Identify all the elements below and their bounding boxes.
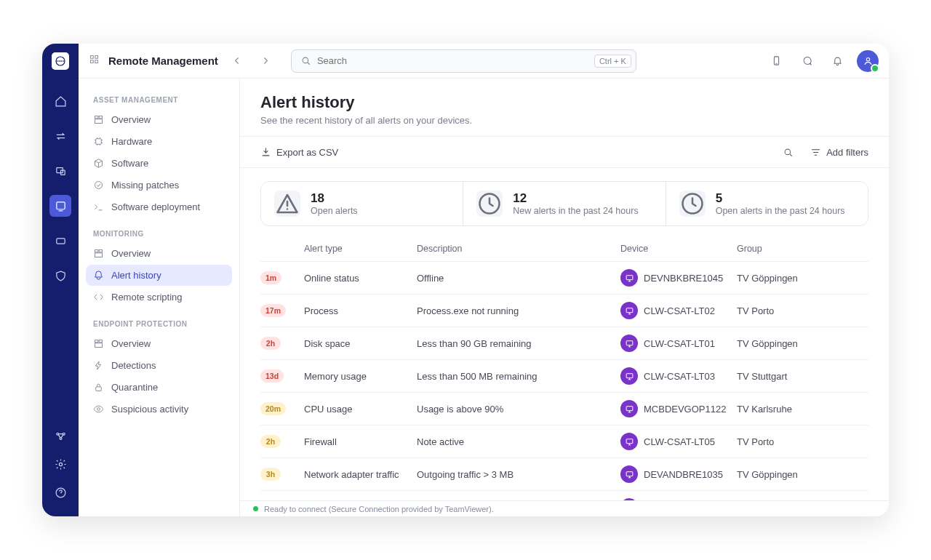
sidebar-item-missing-patches[interactable]: Missing patches [86,175,232,196]
svg-rect-17 [99,116,102,119]
svg-rect-23 [95,253,103,257]
topbar: Remote Management Ctrl + K [79,44,889,79]
rail-ticket-icon[interactable] [49,230,71,252]
warn-icon [274,191,300,217]
chat-icon[interactable] [796,50,818,72]
sidebar-item-quarantine[interactable]: Quarantine [86,377,232,398]
bell-icon [93,270,104,281]
content: Alert history See the recent history of … [240,79,889,516]
sidebar-item-overview[interactable]: Overview [86,333,232,354]
cell-description: Outgoing traffic > 3 MB [417,469,620,480]
page-context-title: Remote Management [108,55,218,67]
clock-icon [476,191,503,217]
lock-icon [93,382,104,393]
svg-rect-25 [99,340,102,343]
sidebar-item-alert-history[interactable]: Alert history [86,265,232,286]
sidebar-item-hardware[interactable]: Hardware [86,131,232,152]
time-badge: 2h [260,435,281,448]
cell-alert-type: Process [304,305,417,316]
rail-home-icon[interactable] [49,90,71,112]
rail-help-icon[interactable] [55,487,67,502]
cell-device: CLW-CSAT-LT01 [620,335,737,352]
svg-rect-33 [626,308,633,312]
content-toolbar: Export as CSV Add filters [240,136,889,168]
cell-alert-type: CPU usage [304,404,417,415]
svg-rect-38 [626,471,633,476]
stat-value: 5 [716,191,845,206]
table-row[interactable]: 1mOnline statusOfflineDEVNBKBRE1045TV Gö… [260,261,868,294]
export-csv-button[interactable]: Export as CSV [260,147,338,158]
table-row[interactable]: 17mProcessProcess.exe not runningCLW-CSA… [260,294,868,327]
brand-logo[interactable] [52,52,69,70]
status-indicator-icon [253,506,258,511]
svg-rect-37 [626,439,633,443]
table-row[interactable]: 2hDisk spaceLess than 90 GB remainingCLW… [260,327,868,359]
status-text: Ready to connect (Secure Connection prov… [264,505,494,513]
rail-integrations-icon[interactable] [55,430,67,445]
rail-remote-mgmt-icon[interactable] [49,195,71,217]
sidebar-item-overview[interactable]: Overview [86,109,232,130]
nav-back-button[interactable] [227,51,247,71]
avatar[interactable] [857,50,879,72]
svg-rect-27 [96,387,102,391]
svg-point-13 [303,57,308,63]
svg-rect-3 [56,201,64,209]
svg-point-6 [60,438,62,440]
add-filters-button[interactable]: Add filters [810,147,868,158]
cell-group: TV Porto [737,305,868,316]
svg-rect-35 [626,373,633,377]
filter-icon [810,147,821,158]
cell-alert-type: Memory usage [304,371,417,382]
cell-alert-type: Online status [304,273,417,284]
monitor-icon [620,433,638,450]
svg-rect-16 [95,116,98,119]
rail-shield-icon[interactable] [49,265,71,287]
sidebar-item-overview[interactable]: Overview [86,243,232,264]
sidebar-item-software-deployment[interactable]: Software deployment [86,196,232,217]
code-icon [93,292,104,303]
rail-transfer-icon[interactable] [49,125,71,147]
sidebar-item-detections[interactable]: Detections [86,355,232,376]
table-row[interactable]: 3hNetwork adapter trafficOutgoing traffi… [260,457,868,490]
cell-device: CLW-CSAT-LT03 [620,367,737,385]
stat-card: 5Open alerts in the past 24 hours [666,182,868,225]
device-icon[interactable] [765,50,787,72]
app-grid-icon[interactable] [89,54,100,68]
alerts-table: Alert type Description Device Group 1mOn… [240,236,889,500]
svg-rect-26 [95,343,103,348]
table-row[interactable]: 20mCPU usageUsage is above 90%MCBDEVGOP1… [260,392,868,425]
cell-device: DEVNBKBRE1045 [620,269,737,287]
time-badge: 2h [260,337,281,350]
clock-icon [679,191,706,217]
sidebar-item-remote-scripting[interactable]: Remote scripting [86,287,232,308]
nav-forward-button[interactable] [256,51,276,71]
monitor-icon [620,269,638,287]
section-header: ENDPOINT PROTECTION [86,316,232,332]
svg-point-15 [866,57,869,60]
status-bar: Ready to connect (Secure Connection prov… [240,500,889,516]
cell-device: CLW-CSAT-LT05 [620,433,737,450]
monitor-icon [620,367,638,385]
dashboard-icon [93,338,104,349]
table-row[interactable]: 11d31256OfflineCLW-CSAT-LT07TV Porto [260,490,868,500]
rail-settings-icon[interactable] [55,458,67,473]
bolt-icon [93,360,104,371]
rail-devices-icon[interactable] [49,160,71,182]
svg-rect-34 [626,340,633,345]
table-row[interactable]: 2hFirewallNote activeCLW-CSAT-LT05TV Por… [260,425,868,457]
deploy-icon [93,201,104,212]
svg-point-7 [59,463,62,465]
svg-rect-9 [91,56,94,59]
svg-rect-11 [91,60,94,63]
app-window: Remote Management Ctrl + K ASSET MANAGEM… [42,44,889,516]
search-input[interactable] [311,55,594,66]
sidebar-item-suspicious-activity[interactable]: Suspicious activity [86,399,232,420]
bell-icon[interactable] [826,50,848,72]
sidebar-item-software[interactable]: Software [86,153,232,174]
time-badge: 3h [260,468,281,481]
patch-icon [93,180,104,191]
search-table-button[interactable] [777,141,799,163]
table-row[interactable]: 13dMemory usageLess than 500 MB remainin… [260,359,868,392]
package-icon [93,158,104,169]
search-field[interactable]: Ctrl + K [291,49,636,73]
